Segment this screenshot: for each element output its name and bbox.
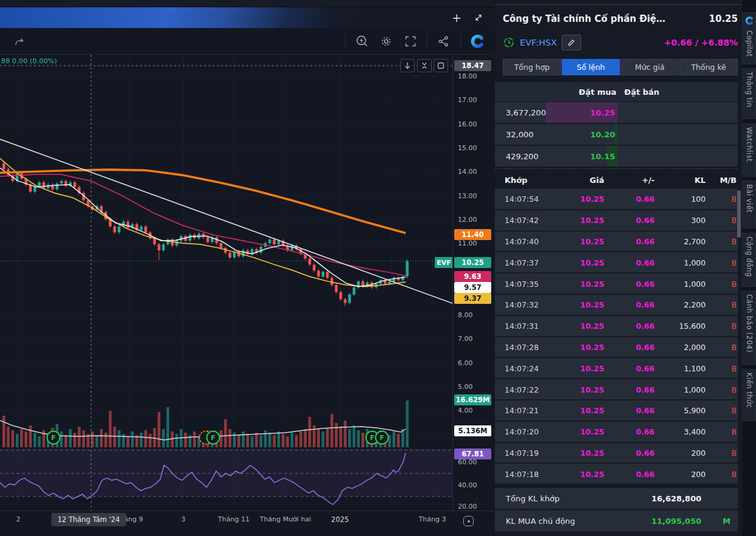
axis-label-957: 9.57 — [454, 282, 491, 293]
price-tick: 16.00 — [458, 120, 477, 128]
trade-side: B — [731, 469, 737, 478]
edit-symbol-button[interactable] — [562, 35, 581, 50]
side-tab-watchlist[interactable]: Watchlist — [742, 123, 756, 177]
side-tab-label: Bài viết — [745, 184, 754, 213]
trade-price: 10.25 — [580, 363, 604, 373]
trade-time: 14:07:42 — [505, 216, 539, 225]
side-tab-label: Thông tin — [745, 72, 754, 108]
time-tick: Tháng Mười hai — [260, 515, 311, 523]
market-status-clock-icon — [503, 36, 515, 49]
active-buy-side: M — [723, 517, 730, 526]
price-tick: 14.00 — [458, 168, 477, 176]
trade-volume: 1,000 — [684, 279, 706, 288]
trade-price: 10.25 — [580, 406, 604, 415]
maximize-pane-button[interactable] — [434, 59, 448, 72]
side-tab-c-nh-b-o-204-[interactable]: Cảnh báo (204) — [742, 290, 756, 365]
move-pane-down-button[interactable] — [400, 59, 415, 72]
axis-label-16629M: 16.629M — [454, 394, 491, 405]
price-scale-axis[interactable]: 18.0017.0016.0015.0014.0013.0012.0011.00… — [452, 55, 494, 510]
trade-time: 14:07:32 — [505, 300, 539, 309]
trade-side: B — [731, 448, 737, 457]
panel-tabs: Tổng hợpSổ lệnhMức giáThống kê — [503, 59, 738, 75]
collapse-pane-button[interactable] — [417, 59, 432, 72]
time-tick: Tháng 11 — [218, 515, 250, 523]
trade-change: 0.66 — [636, 363, 655, 373]
trade-side: B — [731, 427, 737, 436]
scrollbar-thumb[interactable] — [737, 190, 741, 238]
trade-time: 14:07:19 — [505, 448, 539, 457]
trade-side: B — [731, 279, 737, 288]
bid-volume: 3,677,200 — [506, 108, 546, 117]
expand-window-icon[interactable] — [472, 11, 485, 24]
axis-label-963: 9.63 — [454, 271, 491, 282]
trade-volume: 200 — [691, 469, 706, 478]
time-axis[interactable]: 2Tháng 93Tháng 11Tháng Mười hai2025Tháng… — [0, 510, 494, 536]
time-tick: 3 — [182, 515, 186, 523]
trade-change: 0.66 — [636, 406, 655, 415]
trade-row: 14:07:2410.250.661,100B — [495, 358, 738, 378]
crosshair-date-label: 12 Tháng Tám '24 — [52, 513, 126, 526]
side-tab-b-i-vi-t[interactable]: Bài viết — [742, 180, 756, 228]
side-tab-th-ng-tin[interactable]: Thông tin — [742, 68, 756, 119]
trade-row: 14:07:2010.250.663,400B — [495, 422, 738, 442]
trade-volume: 1,100 — [684, 363, 706, 373]
column-header-khp: Khớp — [505, 175, 528, 184]
price-chart[interactable]: FFFF — [0, 0, 452, 536]
side-tab-ki-n-th-c[interactable]: Kiến thức — [742, 369, 756, 421]
price-tick: 12.00 — [458, 215, 477, 223]
trade-row: 14:07:2810.250.662,000B — [495, 337, 738, 357]
side-tab-label: Kiến thức — [745, 373, 754, 408]
rsi-tick: 20.00 — [458, 503, 477, 510]
trade-side: B — [731, 363, 737, 373]
trade-row: 14:07:1810.250.66200B — [495, 464, 738, 484]
side-tab-label: Cộng đồng — [745, 236, 754, 277]
column-header-mb: M/B — [720, 175, 737, 184]
trade-side: B — [731, 194, 737, 204]
timezone-icon[interactable] — [463, 516, 474, 526]
svg-text:F: F — [211, 434, 216, 442]
trade-price: 10.25 — [580, 469, 604, 478]
trade-row: 14:07:2210.250.661,000B — [495, 379, 738, 399]
tab-thống-kê[interactable]: Thống kê — [679, 59, 738, 75]
price-tick: 8.00 — [458, 311, 473, 319]
trade-row: 14:07:3710.250.661,000B — [495, 252, 738, 272]
trade-price: 10.25 — [580, 216, 604, 225]
price-tick: 17.00 — [458, 96, 477, 104]
trade-price: 10.25 — [580, 300, 604, 309]
symbol-ticker[interactable]: EVF:HSX — [520, 38, 557, 47]
trade-price: 10.25 — [580, 427, 604, 436]
chart-canvas[interactable]: FFFF 88 0.00 (0.00%) EVF — [0, 0, 452, 536]
price-tick: 13.00 — [458, 191, 477, 199]
time-tick: Tháng 3 — [419, 515, 446, 523]
column-header-kl: KL — [695, 175, 706, 184]
trade-price: 10.25 — [580, 236, 604, 246]
trade-change: 0.66 — [636, 448, 655, 457]
side-tab-c-ng-ng[interactable]: Cộng đồng — [742, 233, 756, 287]
trade-row: 14:07:4210.250.66300B — [495, 210, 738, 230]
trade-change: 0.66 — [636, 258, 655, 267]
trade-time: 14:07:28 — [505, 342, 539, 351]
trade-row: 14:07:3510.250.661,000B — [495, 273, 738, 294]
trade-change: 0.66 — [636, 427, 655, 436]
axis-label-1140: 11.40 — [454, 229, 491, 240]
svg-text:F: F — [51, 434, 56, 442]
tab-sổ-lệnh[interactable]: Sổ lệnh — [562, 59, 620, 75]
trading-app: + — [0, 0, 756, 536]
side-tab-copilot[interactable]: Copilot — [742, 12, 756, 64]
sell-column-header: Đặt bán — [624, 88, 659, 97]
order-book-row[interactable]: 32,00010.20 — [495, 124, 738, 145]
tab-tổng-hợp[interactable]: Tổng hợp — [503, 59, 561, 75]
trade-side: B — [731, 236, 737, 246]
trade-change: 0.66 — [636, 279, 655, 288]
tab-mức-giá[interactable]: Mức giá — [621, 59, 679, 75]
order-book-row[interactable]: 3,677,20010.25 — [495, 102, 738, 123]
trade-side: B — [731, 385, 737, 394]
trade-price: 10.25 — [580, 321, 604, 331]
c-logo[interactable] — [467, 32, 488, 50]
trade-change: 0.66 — [636, 216, 655, 225]
trade-time: 14:07:20 — [505, 427, 539, 436]
order-book-row[interactable]: 429,20010.15 — [495, 146, 738, 167]
axis-label-937: 9.37 — [454, 293, 491, 304]
trade-row: 14:07:2110.250.665,900B — [495, 400, 738, 421]
bid-volume: 429,200 — [506, 152, 539, 161]
